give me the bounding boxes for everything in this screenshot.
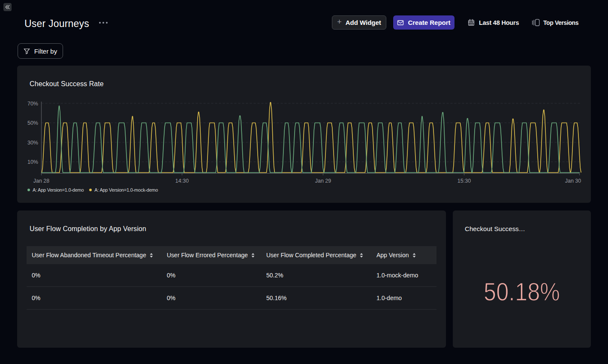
- svg-text:70%: 70%: [27, 101, 38, 107]
- svg-text:14:30: 14:30: [175, 178, 189, 184]
- svg-text:10%: 10%: [27, 159, 38, 165]
- svg-text:Jan 28: Jan 28: [33, 178, 50, 184]
- svg-text:15:30: 15:30: [458, 178, 471, 184]
- svg-text:Jan 30: Jan 30: [565, 178, 581, 184]
- svg-text:Jan 29: Jan 29: [315, 178, 331, 184]
- svg-text:30%: 30%: [27, 140, 38, 146]
- svg-text:50%: 50%: [27, 120, 38, 126]
